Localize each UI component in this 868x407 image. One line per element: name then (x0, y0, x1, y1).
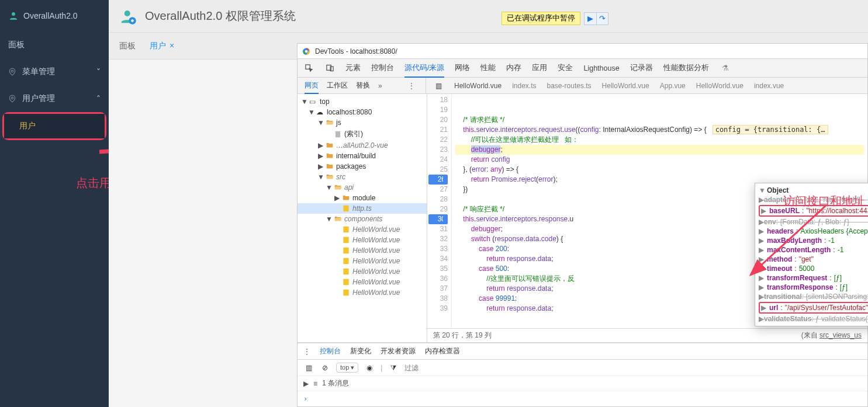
live-expression-icon[interactable]: ◉ (364, 363, 375, 373)
pin-icon (8, 68, 16, 76)
file-tree-node[interactable]: http.ts (298, 203, 427, 214)
object-property-row[interactable]: ▶transitional: {silentJSONParsing: true, (759, 292, 868, 301)
file-tree-node[interactable]: ▶…allAuth2.0-vue (298, 140, 427, 151)
drawer-tab-console[interactable]: 控制台 (320, 346, 341, 356)
sidebar-toggle-icon[interactable]: ▥ (303, 363, 314, 373)
list-icon: ≡ (313, 380, 317, 388)
source-origin: (来自 src_views_us (801, 331, 862, 340)
console-scope-select[interactable]: top ▾ (336, 363, 358, 373)
more-icon[interactable]: » (378, 82, 382, 90)
devtools-titlebar[interactable]: DevTools - localhost:8080/ (298, 44, 867, 59)
nav-item-menu-mgmt[interactable]: 菜单管理 ˅ (0, 58, 109, 85)
line-gutter[interactable]: 1819202122232425262728293031323334353637… (427, 94, 452, 328)
file-tree-node[interactable]: ▼components (298, 214, 427, 224)
debug-resume-button[interactable]: ▶ (585, 13, 596, 25)
object-property-row[interactable]: ▶validateStatus: ƒ validateStatus(status… (759, 314, 868, 323)
clear-console-icon[interactable]: ⊘ (320, 363, 330, 373)
open-file-tab[interactable]: index.ts (512, 82, 536, 90)
open-file-tab[interactable]: HelloWorld.vue (602, 82, 649, 90)
svg-rect-17 (343, 269, 348, 275)
toggle-sidebar-icon[interactable]: ▥ (433, 81, 444, 91)
svg-point-0 (12, 12, 15, 16)
file-tree-node[interactable]: HelloWorld.vue (298, 287, 427, 298)
svg-rect-16 (343, 258, 348, 265)
console-msg-text: 1 条消息 (322, 378, 349, 388)
tab-elements[interactable]: 元素 (345, 63, 361, 73)
drawer-tab-devresources[interactable]: 开发者资源 (381, 346, 416, 356)
tab-security[interactable]: 安全 (558, 63, 573, 73)
open-file-tab[interactable]: HelloWorld.vue (454, 82, 502, 90)
file-tree-node[interactable]: ▼src (298, 172, 427, 182)
object-property-row[interactable]: ▶transformResponse: [ƒ] (759, 283, 868, 292)
file-tree-root[interactable]: ▼▭top (298, 96, 427, 107)
lab-icon: ⚗ (722, 64, 729, 72)
open-file-tab[interactable]: index.vue (754, 82, 784, 90)
object-property-row[interactable]: ▶env: {FormData: ƒ, Blob: ƒ} (759, 217, 868, 227)
console-filter-input[interactable] (404, 364, 475, 372)
devtools-drawer: ⋮ 控制台 新变化 开发者资源 内存检查器 ▥ ⊘ top ▾ ◉ | ⧩ ▶≡… (298, 343, 867, 406)
tab-memory[interactable]: 内存 (506, 63, 521, 73)
tab-recorder[interactable]: 记录器 (630, 63, 653, 73)
sources-subtab-overrides[interactable]: 替换 (356, 81, 370, 91)
device-toolbar-icon[interactable] (324, 63, 335, 74)
kebab-icon[interactable]: ⋮ (404, 82, 419, 90)
open-file-tab[interactable]: HelloWorld.vue (696, 82, 743, 90)
drawer-tab-meminspect[interactable]: 内存检查器 (425, 346, 460, 356)
tab-performance[interactable]: 性能 (480, 63, 496, 73)
highlight-user-subitem: 用户 (2, 112, 106, 140)
nav-subitem-user[interactable]: 用户 (4, 114, 105, 138)
svg-rect-11 (336, 131, 340, 137)
file-tree-node[interactable]: HelloWorld.vue (298, 256, 427, 266)
tab-lighthouse[interactable]: Lighthouse (583, 64, 619, 72)
file-tree-node[interactable]: (索引) (298, 128, 427, 140)
cursor-position: 第 20 行，第 19 列 (433, 331, 492, 340)
filter-icon: ⧩ (388, 363, 399, 373)
debug-step-button[interactable]: ↷ (596, 13, 608, 25)
nav-label: 用户管理 (22, 93, 55, 104)
console-prompt[interactable]: › (298, 391, 867, 406)
drawer-tab-whatsnew[interactable]: 新变化 (350, 346, 371, 356)
svg-rect-15 (343, 248, 348, 254)
file-tree-node[interactable]: HelloWorld.vue (298, 245, 427, 256)
object-property-row[interactable]: ▶maxContentLength: -1 (759, 245, 868, 255)
file-tree-node[interactable]: ▶internal/build (298, 151, 427, 161)
tab-perf-insights[interactable]: 性能数据分析 (663, 63, 709, 73)
console-msg-row[interactable]: ▶≡ 1 条消息 (298, 376, 867, 391)
svg-rect-19 (343, 290, 348, 296)
object-property-row[interactable]: ▶maxBodyLength: -1 (759, 236, 868, 245)
debug-paused-banner: 已在调试程序中暂停 ▶ ↷ (502, 12, 608, 25)
object-property-row[interactable]: ▶timeout: 5000 (759, 264, 868, 273)
source-link[interactable]: src_views_us (819, 331, 862, 339)
tab-sources[interactable]: 源代码/来源 (404, 63, 444, 78)
app-tab-user[interactable]: 用户× (150, 41, 174, 51)
nav-sub-label: 用户 (19, 121, 36, 130)
file-tree-node[interactable]: HelloWorld.vue (298, 266, 427, 277)
file-tree[interactable]: ▼▭top ▼☁localhost:8080 ▼js(索引)▶…allAuth2… (298, 94, 427, 342)
nav-item-user-mgmt[interactable]: 用户管理 ˄ (0, 85, 109, 112)
object-property-row[interactable]: ▶url: "/api/SysUser/TestAutofac" (759, 302, 868, 314)
close-icon[interactable]: × (170, 41, 174, 50)
app-title: OverallAuth2.0 权限管理系统 (145, 8, 296, 24)
tab-console[interactable]: 控制台 (371, 63, 394, 73)
file-tree-node[interactable]: HelloWorld.vue (298, 277, 427, 287)
app-tab-dashboard[interactable]: 面板 (119, 41, 136, 51)
object-property-row[interactable]: ▶method: "get" (759, 255, 868, 264)
tab-application[interactable]: 应用 (532, 63, 547, 73)
object-property-row[interactable]: ▶headers: AxiosHeaders {Accept: 'applica… (759, 227, 868, 236)
file-tree-node[interactable]: HelloWorld.vue (298, 224, 427, 235)
tab-network[interactable]: 网络 (455, 63, 470, 73)
sources-subtab-page[interactable]: 网页 (305, 81, 319, 94)
file-tree-node[interactable]: ▶packages (298, 161, 427, 172)
sources-subtab-workspace[interactable]: 工作区 (327, 81, 348, 91)
file-tree-node[interactable]: ▶module (298, 193, 427, 203)
kebab-icon[interactable]: ⋮ (303, 347, 310, 356)
file-tree-node[interactable]: HelloWorld.vue (298, 235, 427, 245)
file-tree-node[interactable]: ▼js (298, 117, 427, 128)
file-tree-host[interactable]: ▼☁localhost:8080 (298, 107, 427, 117)
inspect-element-icon[interactable] (303, 63, 314, 74)
open-file-tab[interactable]: base-routes.ts (547, 82, 592, 90)
object-property-row[interactable]: ▶transformRequest: [ƒ] (759, 273, 868, 283)
open-file-tab[interactable]: App.vue (660, 82, 686, 90)
nav-item-dashboard[interactable]: 面板 (0, 32, 109, 58)
file-tree-node[interactable]: ▼api (298, 182, 427, 193)
